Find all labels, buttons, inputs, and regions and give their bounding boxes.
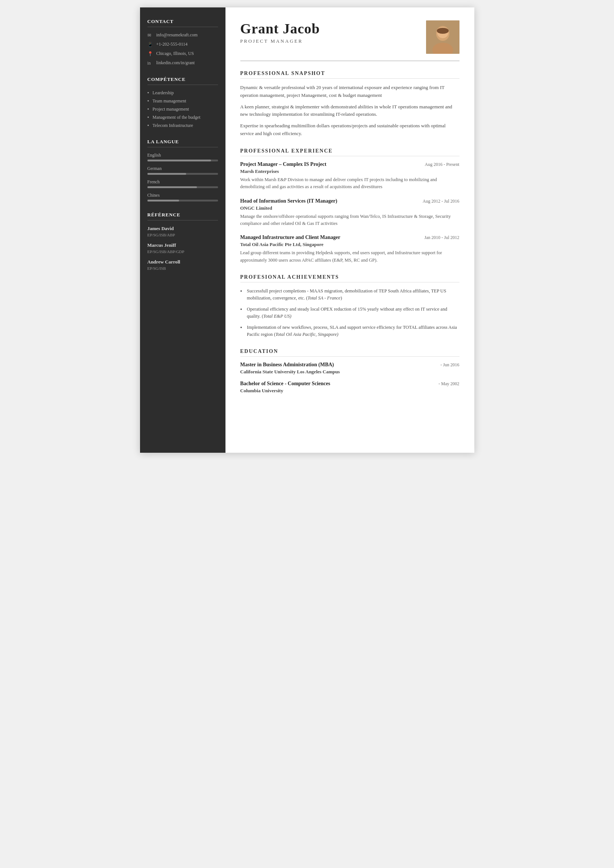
competence-item: Project management [148,107,218,112]
experience-company: Marsh Enterprises [240,169,460,174]
reference-code: EP/SG/ISB/ABP/GDP [148,250,218,254]
language-name: English [148,152,218,158]
experience-header: Managed Infrastructure and Client Manage… [240,234,460,240]
contact-title: CONTACT [148,19,218,27]
experience-job-title: Managed Infrastructure and Client Manage… [240,234,340,240]
experience-title: PROFESSIONAL EXPERIENCE [240,148,460,156]
education-date: - Jun 2016 [440,362,460,368]
language-name: French [148,179,218,185]
competence-item: Leardership [148,90,218,96]
experience-item: Project Manager – Complex IS Project Aug… [240,161,460,191]
language-bar-bg [148,186,218,188]
experience-date: Jan 2010 - Jul 2012 [424,235,460,240]
achievement-item: Implementation of new workflows, process… [240,324,460,338]
contact-email: ✉ info@resumekraft.com [148,32,218,38]
photo-placeholder [426,20,460,54]
language-title: LA LANGUE [148,139,218,147]
language-item: Chines [148,192,218,202]
competence-title: COMPÉTENCE [148,76,218,85]
achievements-title: PROFESIONAL ACHIEVEMENTS [240,274,460,282]
competence-list: LeardershipTeam managementProject manage… [148,90,218,129]
language-section: LA LANGUE English German French Chines [148,139,218,202]
reference-title: RÉFÉRENCE [148,212,218,220]
achievements-section: PROFESIONAL ACHIEVEMENTS Successfull pro… [240,274,460,338]
experience-item: Managed Infrastructure and Client Manage… [240,234,460,264]
education-date: - May 2002 [439,381,460,387]
language-bar-fill [148,186,197,188]
achievement-item: Operational efficiency and steady local … [240,306,460,320]
reference-name: Marcus Jeniff [148,242,218,248]
header-text: Grant Jacob PROJECT MANAGER [240,20,320,44]
language-bar-fill [148,200,179,202]
snapshot-paragraph: Expertise in spearheading multimillion d… [240,122,460,138]
experience-header: Head of Information Services (IT Manager… [240,198,460,204]
education-left: Master in Business Administration (MBA) … [240,362,340,375]
linkedin-icon: in [148,60,154,66]
achievement-item: Successfull project completions - MAAS m… [240,288,460,302]
reference-name: James David [148,226,218,232]
snapshot-section: PROFESSIONAL SNAPSHOT Dynamic & versatil… [240,71,460,138]
education-section: EDUCATION Master in Business Administrat… [240,349,460,394]
experience-job-title: Project Manager – Complex IS Project [240,161,326,167]
experience-company: Total Oil Asia Pacific Pte Ltd, Singapor… [240,242,460,248]
contact-linkedin: in linkedin.com/in/grant [148,60,218,66]
reference-section: RÉFÉRENCE James David EP/SG/ISB/ABP Marc… [148,212,218,271]
language-item: French [148,179,218,188]
education-left: Bachelor of Science - Computer Sciences … [240,381,331,394]
contact-location: 📍 Chicago, Illinois, US [148,51,218,57]
competence-section: COMPÉTENCE LeardershipTeam managementPro… [148,76,218,129]
education-school: Columbia University [240,388,331,394]
experience-job-title: Head of Information Services (IT Manager… [240,198,337,204]
location-icon: 📍 [148,51,154,57]
reference-code: EP/SG/ISB/ABP [148,232,218,237]
experience-description: Work within Marsh E&P Division to manage… [240,176,460,191]
contact-section: CONTACT ✉ info@resumekraft.com 📱 +1-202-… [148,19,218,66]
competence-item: Team management [148,98,218,104]
email-icon: ✉ [148,33,154,38]
language-item: German [148,166,218,175]
reference-item: James David EP/SG/ISB/ABP [148,226,218,237]
reference-item: Andrew Carroll EP/SG/ISB [148,259,218,271]
experience-description: Manage the onshore/offshore operational … [240,213,460,228]
candidate-job-title: PROJECT MANAGER [240,38,320,44]
snapshot-title: PROFESSIONAL SNAPSHOT [240,71,460,79]
education-degree: Master in Business Administration (MBA) [240,362,340,368]
education-school: California State University Los Angeles … [240,369,340,375]
language-bar-bg [148,200,218,202]
experience-header: Project Manager – Complex IS Project Aug… [240,161,460,167]
language-item: English [148,152,218,161]
svg-point-4 [437,28,449,34]
experience-item: Head of Information Services (IT Manager… [240,198,460,228]
education-degree: Bachelor of Science - Computer Sciences [240,381,331,387]
language-name: Chines [148,192,218,198]
sidebar: CONTACT ✉ info@resumekraft.com 📱 +1-202-… [140,8,225,453]
experience-description: Lead group different teams in providing … [240,250,460,264]
candidate-name: Grant Jacob [240,20,320,37]
experience-date: Aug 2012 - Jul 2016 [423,198,460,204]
competence-item: Management of the budget [148,115,218,120]
education-item: Bachelor of Science - Computer Sciences … [240,381,460,394]
achievements-list: Successfull project completions - MAAS m… [240,288,460,338]
language-bar-bg [148,160,218,161]
snapshot-paragraph: A keen planner, strategist & implementer… [240,103,460,119]
experience-date: Aug 2016 - Present [425,162,460,167]
reference-name: Andrew Carroll [148,259,218,265]
resume-header: Grant Jacob PROJECT MANAGER [240,20,460,61]
candidate-photo [426,20,460,54]
education-title: EDUCATION [240,349,460,356]
contact-phone: 📱 +1-202-555-0114 [148,42,218,48]
phone-icon: 📱 [148,42,154,48]
experience-section: PROFESSIONAL EXPERIENCE Project Manager … [240,148,460,264]
resume-document: CONTACT ✉ info@resumekraft.com 📱 +1-202-… [140,8,474,453]
main-content: Grant Jacob PROJECT MANAGER PROFESSIONAL… [225,8,474,453]
language-bar-fill [148,160,211,161]
reference-item: Marcus Jeniff EP/SG/ISB/ABP/GDP [148,242,218,254]
experience-company: ONGC Limited [240,205,460,211]
snapshot-paragraph: Dynamic & versatile professional with 20… [240,84,460,99]
language-bar-fill [148,173,187,175]
language-bar-bg [148,173,218,175]
language-name: German [148,166,218,172]
reference-code: EP/SG/ISB [148,266,218,271]
education-item: Master in Business Administration (MBA) … [240,362,460,375]
competence-item: Telecom Infrastructure [148,123,218,129]
